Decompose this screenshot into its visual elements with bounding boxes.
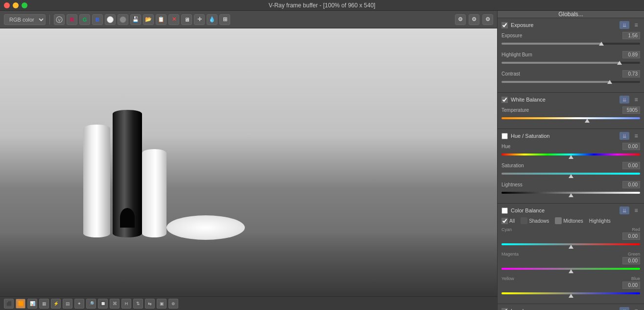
levels-menu-button[interactable]: ≡ [632,307,640,310]
red-label: Red [632,227,640,232]
saturation-track[interactable] [501,170,640,177]
b-channel-button[interactable]: B [92,14,103,25]
exposure-menu-button[interactable]: ≡ [632,21,640,29]
copy-button[interactable]: 📋 [156,14,167,25]
bottom-btn-11[interactable]: H [121,299,131,309]
window-title: V-Ray frame buffer - [100% of 960 x 540] [269,2,376,9]
yellow-blue-track[interactable] [501,290,640,297]
levels-checkbox[interactable] [501,308,508,310]
folder-button[interactable]: 📂 [143,14,154,25]
white-circle-button[interactable] [105,14,116,25]
contrast-value[interactable]: 0.73 [622,70,640,78]
lightness-label: Lightness [501,182,523,187]
bottom-btn-13[interactable]: ⇆ [145,299,155,309]
hue-value[interactable]: 0.00 [622,143,640,150]
bottom-btn-14[interactable]: ▣ [157,299,167,309]
cyan-label: Cyan [501,227,512,232]
white-balance-expand-button[interactable]: ⇊ [620,96,629,103]
all-checkbox[interactable] [501,218,508,224]
contrast-fill [501,81,610,83]
bottom-btn-6[interactable]: ▤ [63,299,72,309]
lightness-value[interactable]: 0.00 [622,181,640,188]
cyan-red-track[interactable] [501,241,640,248]
yellow-blue-value[interactable]: 0.00 [622,282,640,289]
all-label: All [509,218,515,224]
magenta-green-value-row: 0.00 [501,257,640,264]
exposure-expand-button[interactable]: ⇊ [620,21,629,29]
exposure-checkbox[interactable] [501,22,508,28]
contrast-bg [501,81,640,83]
hue-saturation-menu-button[interactable]: ≡ [632,132,640,140]
dropper-button[interactable]: 💧 [207,14,217,25]
levels-expand-button[interactable]: ⇊ [620,307,629,310]
shadows-check-item: Shadows [521,217,549,224]
cyan-red-thumb [569,245,573,249]
saturation-value[interactable]: 0.00 [622,162,640,169]
bottom-btn-4[interactable]: ▦ [39,299,49,309]
bottom-btn-12[interactable]: ⇅ [133,299,143,309]
minimize-button[interactable] [13,2,19,8]
temperature-track[interactable] [501,115,640,122]
white-balance-section: White Balance ⇊ ≡ Temperature 5905 [498,93,644,129]
bottom-btn-2[interactable]: 🟧 [16,299,25,309]
hue-saturation-expand-button[interactable]: ⇊ [620,132,629,140]
contrast-track[interactable] [501,78,640,85]
settings-2-button[interactable]: ⚙ [469,14,479,25]
bottom-btn-5[interactable]: ⚡ [51,299,61,309]
bottom-btn-7[interactable]: ✦ [74,299,84,309]
magenta-green-lr-labels: Magenta Green [501,252,640,257]
vray-icon[interactable]: V [54,14,65,25]
window-controls[interactable] [4,2,27,8]
monitor-button[interactable]: 🖥 [181,14,192,25]
white-balance-menu-button[interactable]: ≡ [632,96,640,103]
cyan-red-value[interactable]: 0.00 [622,232,640,240]
gray-circle-button[interactable] [118,14,128,25]
midtones-label: Midtones [563,218,583,224]
save-button[interactable]: 💾 [130,14,141,25]
lightness-track[interactable] [501,189,640,196]
crosshair-button[interactable]: ✛ [194,14,205,25]
bottom-btn-15[interactable]: ⊕ [168,299,178,309]
bottom-btn-1[interactable]: ⬛ [4,299,14,309]
temperature-slider-row: Temperature 5905 [501,106,640,122]
color-balance-checkbox[interactable] [501,207,508,214]
temperature-thumb [585,119,590,123]
globals-header: Globals... [498,11,644,18]
magenta-green-track[interactable] [501,265,640,272]
settings-3-button[interactable]: ⚙ [482,14,493,25]
close-x-button[interactable]: ✕ [168,14,179,25]
contrast-slider-row: Contrast 0.73 [501,70,640,85]
white-balance-checkbox[interactable] [501,97,508,103]
r-channel-button[interactable]: R [67,14,77,25]
bottom-btn-10[interactable]: ⌘ [110,299,119,309]
grid-button[interactable]: ⊞ [219,14,230,25]
magenta-green-value[interactable]: 0.00 [622,257,640,264]
settings-1-button[interactable]: ⚙ [455,14,466,25]
shadows-label: Shadows [529,218,549,224]
blue-label: Blue [631,276,640,281]
color-balance-menu-button[interactable]: ≡ [632,207,640,214]
hue-saturation-header: Hue / Saturation ⇊ ≡ [501,132,640,140]
close-button[interactable] [4,2,10,8]
yellow-blue-bg [501,292,640,294]
bottom-btn-8[interactable]: 🔎 [86,299,96,309]
exposure-slider-track[interactable] [501,40,640,47]
g-channel-button[interactable]: G [79,14,90,25]
bottom-btn-9[interactable]: 🔲 [98,299,108,309]
lightness-thumb [569,193,573,197]
temperature-value[interactable]: 5905 [622,106,640,114]
levels-label: Levels [511,308,562,310]
highlight-burn-bg [501,62,640,64]
left-panel: RGB color V R G B 💾 📂 📋 ✕ 🖥 ✛ 💧 ⊞ [0,11,497,310]
toolbar-separator-1 [49,15,50,25]
exposure-slider-value[interactable]: 1.56 [622,32,640,39]
highlight-burn-value[interactable]: 0.89 [622,51,640,58]
hue-track[interactable] [501,151,640,158]
highlight-burn-track[interactable] [501,59,640,66]
maximize-button[interactable] [22,2,27,8]
hue-saturation-checkbox[interactable] [501,133,508,139]
bottom-btn-3[interactable]: 📊 [27,299,37,309]
color-mode-select[interactable]: RGB color [4,14,46,25]
color-balance-expand-button[interactable]: ⇊ [620,207,629,214]
cyan-red-lr-labels: Cyan Red [501,227,640,232]
